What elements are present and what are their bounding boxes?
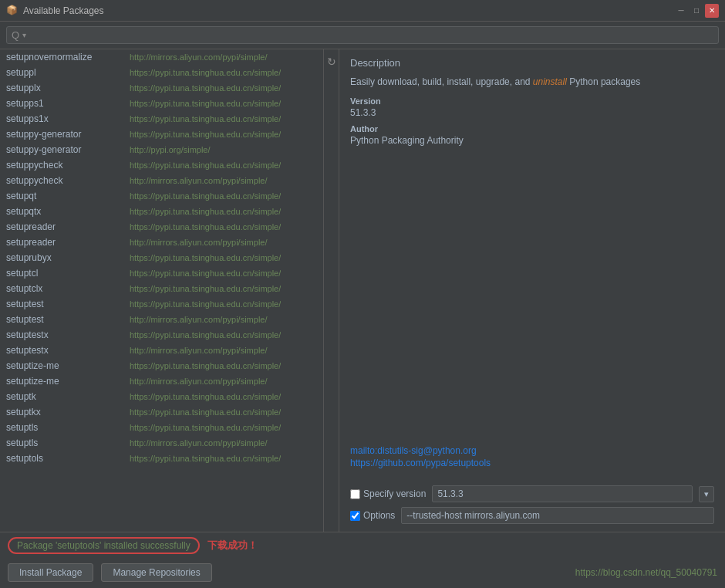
package-name: setupqtx [6,206,130,217]
package-name: setuppycheck [6,175,130,186]
title-bar: 📦 Available Packages ─ □ ✕ [0,0,725,22]
package-list[interactable]: setupnovernormalizehttp://mirrors.aliyun… [0,49,324,532]
package-row[interactable]: setuptesthttps://pypi.tuna.tsinghua.edu.… [0,296,323,312]
close-button[interactable]: ✕ [705,4,719,18]
main-container: Q ▾ setupnovernormalizehttp://mirrors.al… [0,22,725,588]
package-row[interactable]: setupreaderhttp://mirrors.aliyun.com/pyp… [0,235,323,250]
package-row[interactable]: setuprubyxhttps://pypi.tuna.tsinghua.edu… [0,250,323,265]
package-url: https://pypi.tuna.tsinghua.edu.cn/simple… [130,161,281,170]
window-title: Available Packages [23,5,674,16]
package-row[interactable]: setuppy-generatorhttps://pypi.tuna.tsing… [0,127,323,142]
author-label: Author [350,124,714,133]
package-row[interactable]: setuppy-generatorhttp://pypi.org/simple/ [0,142,323,157]
version-label: Version [350,96,714,106]
window-icon: 📦 [6,5,19,17]
package-name: setuptkx [6,407,130,417]
window-controls: ─ □ ✕ [674,4,719,18]
package-url: http://mirrors.aliyun.com/pypi/simple/ [130,176,268,185]
package-url: http://mirrors.aliyun.com/pypi/simple/ [130,315,268,324]
package-row[interactable]: setuptize-mehttps://pypi.tuna.tsinghua.e… [0,358,323,373]
package-row[interactable]: setupps1https://pypi.tuna.tsinghua.edu.c… [0,96,323,111]
content-area: setupnovernormalizehttp://mirrors.aliyun… [0,49,725,532]
package-url: http://mirrors.aliyun.com/pypi/simple/ [130,346,268,355]
package-row[interactable]: setupqthttps://pypi.tuna.tsinghua.edu.cn… [0,188,323,204]
package-url: https://pypi.tuna.tsinghua.edu.cn/simple… [130,392,281,401]
package-row[interactable]: setupreaderhttps://pypi.tuna.tsinghua.ed… [0,219,323,235]
package-row[interactable]: setuptestxhttps://pypi.tuna.tsinghua.edu… [0,327,323,343]
package-url: https://pypi.tuna.tsinghua.edu.cn/simple… [130,454,281,463]
package-url: https://pypi.tuna.tsinghua.edu.cn/simple… [130,423,281,432]
package-name: setuptclx [6,283,130,294]
author-value: Python Packaging Authority [350,135,714,146]
package-url: https://pypi.tuna.tsinghua.edu.cn/simple… [130,361,281,370]
package-url: https://pypi.tuna.tsinghua.edu.cn/simple… [130,253,281,262]
package-url: https://pypi.tuna.tsinghua.edu.cn/simple… [130,68,281,77]
package-url: http://mirrors.aliyun.com/pypi/simple/ [130,52,268,62]
footer-buttons: Install Package Manage Repositories [8,563,212,582]
package-row[interactable]: setuppycheckhttp://mirrors.aliyun.com/py… [0,173,323,188]
package-row[interactable]: setuptclhttps://pypi.tuna.tsinghua.edu.c… [0,265,323,281]
package-url: http://pypi.org/simple/ [130,145,211,154]
package-row[interactable]: setupps1xhttps://pypi.tuna.tsinghua.edu.… [0,111,323,127]
package-row[interactable]: setuppycheckhttps://pypi.tuna.tsinghua.e… [0,157,323,173]
package-name: setuppycheck [6,160,130,171]
package-name: setupplx [6,83,130,93]
package-row[interactable]: setupnovernormalizehttp://mirrors.aliyun… [0,49,323,65]
package-url: https://pypi.tuna.tsinghua.edu.cn/simple… [130,191,281,201]
package-row[interactable]: setuptlshttps://pypi.tuna.tsinghua.edu.c… [0,420,323,435]
package-row[interactable]: setuptkhttps://pypi.tuna.tsinghua.edu.cn… [0,389,323,404]
search-wrapper: Q ▾ [6,26,719,44]
package-row[interactable]: setuptestxhttp://mirrors.aliyun.com/pypi… [0,343,323,358]
specify-version-checkbox[interactable] [350,489,360,499]
package-name: setupps1 [6,98,130,109]
package-name: setuppy-generator [6,144,130,155]
package-name: setupreader [6,221,130,232]
package-name: setuptize-me [6,360,130,371]
status-bar: Package 'setuptools' installed successfu… [0,532,725,559]
package-name: setuptestx [6,345,130,356]
package-url: http://mirrors.aliyun.com/pypi/simple/ [130,238,268,247]
options-row: Options [350,507,714,524]
package-name: setuprubyx [6,252,130,263]
package-url: https://pypi.tuna.tsinghua.edu.cn/simple… [130,99,281,108]
search-input[interactable] [26,30,713,41]
package-url: https://pypi.tuna.tsinghua.edu.cn/simple… [130,114,281,123]
package-url: http://mirrors.aliyun.com/pypi/simple/ [130,438,268,448]
package-row[interactable]: setupplxhttps://pypi.tuna.tsinghua.edu.c… [0,80,323,96]
package-name: setupps1x [6,113,130,124]
package-row[interactable]: setupplhttps://pypi.tuna.tsinghua.edu.cn… [0,65,323,80]
package-row[interactable]: setuptesthttp://mirrors.aliyun.com/pypi/… [0,312,323,327]
package-row[interactable]: setuptkxhttps://pypi.tuna.tsinghua.edu.c… [0,404,323,420]
package-url: https://pypi.tuna.tsinghua.edu.cn/simple… [130,330,281,340]
github-link[interactable]: https://github.com/pypa/setuptools [350,458,714,468]
options-input[interactable] [401,507,714,524]
package-url: https://pypi.tuna.tsinghua.edu.cn/simple… [130,83,281,93]
package-row[interactable]: setuptclxhttps://pypi.tuna.tsinghua.edu.… [0,281,323,296]
desc-text-part2: Python packages [567,76,640,87]
manage-repositories-button[interactable]: Manage Repositories [101,563,211,582]
refresh-icon[interactable]: ↻ [327,56,336,68]
package-name: setuppy-generator [6,129,130,140]
desc-text-highlight: uninstall [533,76,567,87]
mailto-link[interactable]: mailto:distutils-sig@python.org [350,445,714,456]
package-row[interactable]: setuptlshttp://mirrors.aliyun.com/pypi/s… [0,435,323,451]
search-icon: Q [12,29,19,41]
version-value: 51.3.3 [350,107,714,118]
package-row[interactable]: setupqtxhttps://pypi.tuna.tsinghua.edu.c… [0,204,323,219]
minimize-button[interactable]: ─ [674,4,688,18]
maximize-button[interactable]: □ [690,4,703,18]
version-dropdown-button[interactable]: ▾ [699,486,714,502]
package-name: setuptls [6,438,130,448]
package-url: https://pypi.tuna.tsinghua.edu.cn/simple… [130,407,281,417]
install-package-button[interactable]: Install Package [8,563,93,582]
package-name: setuptls [6,422,130,433]
description-panel: Description Easily download, build, inst… [339,49,725,532]
refresh-area: ↻ [324,49,339,532]
package-row[interactable]: setuptolshttps://pypi.tuna.tsinghua.edu.… [0,451,323,466]
options-checkbox[interactable] [350,511,360,521]
status-text: Package 'setuptools' installed successfu… [17,540,191,551]
version-input[interactable] [432,485,693,502]
package-row[interactable]: setuptize-mehttp://mirrors.aliyun.com/py… [0,373,323,389]
package-url: https://pypi.tuna.tsinghua.edu.cn/simple… [130,299,281,309]
package-url: https://pypi.tuna.tsinghua.edu.cn/simple… [130,269,281,278]
